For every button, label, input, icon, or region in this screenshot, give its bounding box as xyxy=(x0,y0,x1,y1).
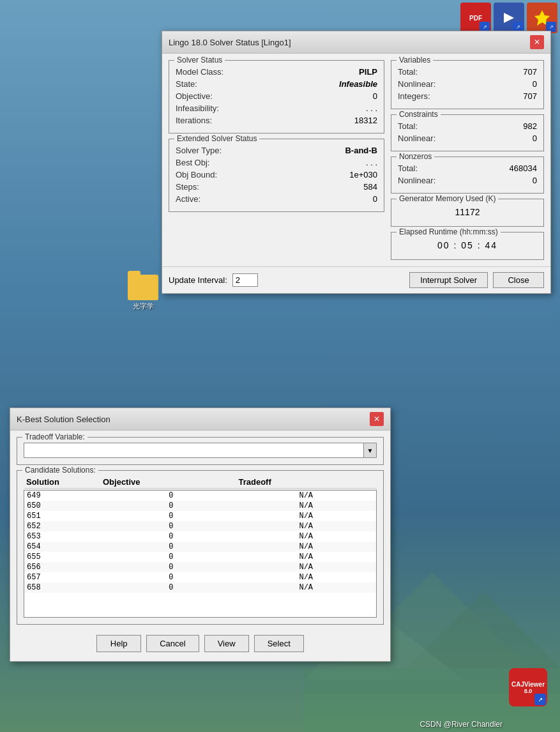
objective-cell: 0 xyxy=(103,573,239,582)
icon-blue[interactable]: ↗ xyxy=(494,3,524,33)
elapsed-runtime-value: 00 : 05 : 44 xyxy=(398,238,537,253)
table-row[interactable]: 657 0 N/A xyxy=(24,572,376,583)
best-obj-row: Best Obj: . . . xyxy=(176,156,377,169)
solver-dialog-footer: Update Interval: Interrupt Solver Close xyxy=(162,266,550,293)
tradeoff-dropdown-container: ▼ xyxy=(24,443,377,458)
variables-group: Variables Total: 707 Nonlinear: 0 Intege… xyxy=(391,60,544,109)
table-row[interactable]: 653 0 N/A xyxy=(24,531,376,542)
solution-cell: 656 xyxy=(27,563,103,572)
table-row[interactable]: 650 0 N/A xyxy=(24,501,376,511)
vars-integers-value: 707 xyxy=(486,91,537,101)
solver-close-button[interactable]: ✕ xyxy=(530,35,544,49)
desktop-folder[interactable]: 光字学 xyxy=(128,275,158,311)
objective-label: Objective: xyxy=(176,91,213,101)
kbest-close-button[interactable]: ✕ xyxy=(370,412,384,426)
active-row: Active: 0 xyxy=(176,193,377,205)
extended-solver-group: Extended Solver Status Solver Type: B-an… xyxy=(169,139,384,212)
update-interval-input[interactable] xyxy=(232,273,258,287)
table-row[interactable]: 655 0 N/A xyxy=(24,552,376,562)
obj-bound-label: Obj Bound: xyxy=(176,170,217,179)
help-button[interactable]: Help xyxy=(96,635,141,652)
obj-bound-row: Obj Bound: 1e+030 xyxy=(176,169,377,181)
solution-cell: 657 xyxy=(27,573,103,582)
vars-total-value: 707 xyxy=(486,67,537,77)
solution-cell: 655 xyxy=(27,553,103,561)
vars-total-label: Total: xyxy=(398,67,418,77)
solver-left-panel: Solver Status Model Class: PILP State: I… xyxy=(169,60,384,260)
candidate-solutions-title: Candidate Solutions: xyxy=(22,466,98,475)
solution-cell: 654 xyxy=(27,542,103,551)
solver-dialog-title: Lingo 18.0 Solver Status [Lingo1] xyxy=(169,38,291,47)
steps-value: 584 xyxy=(326,182,377,192)
solver-right-panel: Variables Total: 707 Nonlinear: 0 Intege… xyxy=(391,60,544,260)
tradeoff-cell: N/A xyxy=(239,501,374,510)
interrupt-solver-button[interactable]: Interrupt Solver xyxy=(409,272,488,288)
vars-nonlinear-row: Nonlinear: 0 xyxy=(398,78,537,90)
table-row[interactable]: 651 0 N/A xyxy=(24,511,376,521)
col-tradeoff-header: Tradeoff xyxy=(239,477,375,487)
solver-dialog-titlebar: Lingo 18.0 Solver Status [Lingo1] ✕ xyxy=(162,31,550,54)
solver-close-button-footer[interactable]: Close xyxy=(493,272,544,288)
table-row[interactable]: 649 0 N/A xyxy=(24,491,376,501)
state-label: State: xyxy=(176,79,197,89)
nonzeros-total-row: Total: 468034 xyxy=(398,162,537,174)
objective-value: 0 xyxy=(326,91,377,101)
icon-star[interactable]: ↗ xyxy=(527,3,557,33)
infeasibility-value: . . . xyxy=(326,103,377,113)
iterations-label: Iterations: xyxy=(176,116,212,125)
table-row[interactable]: 658 0 N/A xyxy=(24,583,376,593)
infeasibility-label: Infeasibility: xyxy=(176,103,219,113)
elapsed-runtime-group: Elapsed Runtime (hh:mm:ss) 00 : 05 : 44 xyxy=(391,232,544,260)
tradeoff-cell: N/A xyxy=(239,542,374,551)
tradeoff-cell: N/A xyxy=(239,512,374,521)
candidate-solutions-group: Candidate Solutions: Solution Objective … xyxy=(17,470,384,625)
objective-cell: 0 xyxy=(103,583,239,592)
iterations-row: Iterations: 18312 xyxy=(176,114,377,126)
extended-solver-title: Extended Solver Status xyxy=(174,134,259,143)
col-objective-header: Objective xyxy=(103,477,239,487)
generator-memory-value: 11172 xyxy=(398,204,537,220)
infeasibility-row: Infeasibility: . . . xyxy=(176,102,377,114)
objective-cell: 0 xyxy=(103,532,239,541)
vars-integers-label: Integers: xyxy=(398,91,430,101)
tradeoff-cell: N/A xyxy=(239,553,374,561)
tradeoff-cell: N/A xyxy=(239,573,374,582)
solution-cell: 649 xyxy=(27,491,103,500)
nonzeros-group: Nonzeros Total: 468034 Nonlinear: 0 xyxy=(391,156,544,194)
solution-cell: 653 xyxy=(27,532,103,541)
variables-title: Variables xyxy=(397,56,433,65)
folder-label: 光字学 xyxy=(133,301,154,311)
watermark-text: CSDN @River Chandler xyxy=(420,720,503,729)
state-row: State: Infeasible xyxy=(176,78,377,90)
kbest-dialog: K-Best Solution Selection ✕ Tradeoff Var… xyxy=(10,408,391,662)
table-row[interactable]: 656 0 N/A xyxy=(24,562,376,572)
table-row[interactable]: 654 0 N/A xyxy=(24,542,376,552)
table-row[interactable]: 652 0 N/A xyxy=(24,521,376,531)
caj-viewer-icon[interactable]: CAJViewer 8.0 ↗ xyxy=(509,668,547,706)
steps-row: Steps: 584 xyxy=(176,181,377,193)
tradeoff-variable-select[interactable] xyxy=(24,443,364,458)
constraints-nonlinear-label: Nonlinear: xyxy=(398,133,435,143)
iterations-value: 18312 xyxy=(326,116,377,125)
constraints-total-row: Total: 982 xyxy=(398,120,537,132)
solver-type-label: Solver Type: xyxy=(176,146,222,155)
select-button[interactable]: Select xyxy=(254,635,304,652)
model-class-value: PILP xyxy=(326,67,377,77)
cancel-button[interactable]: Cancel xyxy=(146,635,199,652)
candidate-list[interactable]: 649 0 N/A 650 0 N/A 651 0 N/A 652 0 N/A … xyxy=(24,490,377,618)
objective-cell: 0 xyxy=(103,501,239,510)
tradeoff-variable-title: Tradeoff Variable: xyxy=(22,432,87,441)
generator-memory-group: Generator Memory Used (K) 11172 xyxy=(391,199,544,227)
caj-viewer-version: 8.0 xyxy=(524,688,533,694)
dropdown-arrow-icon[interactable]: ▼ xyxy=(364,443,377,458)
col-solution-header: Solution xyxy=(26,477,103,487)
vars-integers-row: Integers: 707 xyxy=(398,90,537,102)
update-interval-label: Update Interval: xyxy=(169,275,227,285)
generator-memory-title: Generator Memory Used (K) xyxy=(397,194,498,203)
view-button[interactable]: View xyxy=(204,635,249,652)
kbest-footer: Help Cancel View Select xyxy=(17,630,384,655)
elapsed-runtime-title: Elapsed Runtime (hh:mm:ss) xyxy=(397,227,501,236)
tradeoff-cell: N/A xyxy=(239,532,374,541)
constraints-title: Constraints xyxy=(397,110,441,119)
pdf-icon[interactable]: PDF ↗ xyxy=(460,3,491,33)
